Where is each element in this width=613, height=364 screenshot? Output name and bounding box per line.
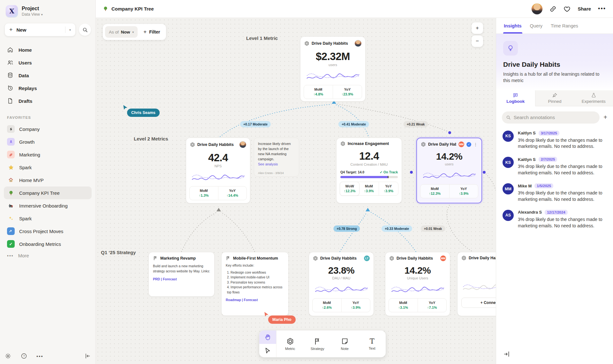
stat-yoy[interactable]: YoY↑3.9% [379,182,398,195]
stat-mom[interactable]: MoM↑1.3% [190,186,218,200]
select-tool-button[interactable] [259,344,276,357]
favorite-spark-2[interactable]: Spark [4,212,92,225]
note-icon [341,337,349,345]
favorite-company[interactable]: Company [4,123,92,135]
subtab-experiments[interactable]: Experiments [574,90,613,106]
favorite-marketing[interactable]: Marketing [4,148,92,161]
stat-yoy[interactable]: YoY↑7.1% [418,299,447,312]
stat-mom[interactable]: MoM↑12.3% [420,185,449,198]
favorite-company-kpi-tree[interactable]: Company KPI Tree [4,186,92,199]
strategy-card-mobile-first[interactable]: Mobile-First Momentum Key efforts includ… [221,252,289,316]
sidebar-item-home[interactable]: Home [4,43,92,56]
metric-card-partial[interactable]: Drive Daily Hab.. + Connec [457,252,496,316]
zoom-in-button[interactable]: + [472,22,483,34]
stat-mom[interactable]: MoM↑3.1% [389,299,418,312]
tab-insights[interactable]: Insights [504,18,522,34]
metric-card-unique-users[interactable]: Drive Daily Habbits MM 14.2% Unique User… [385,252,450,316]
sparkline-chart [314,283,369,295]
strategy-links[interactable]: PRD | Forecast [153,277,210,281]
connect-button[interactable]: + Connec [461,298,496,308]
annotation-note-card[interactable]: Increase likely driven by the launch of … [254,138,299,177]
card-menu-icon[interactable]: ⋮ [473,142,478,147]
cursor-icon [123,104,128,110]
annotation-search[interactable] [502,111,600,124]
connection-handle[interactable] [483,171,486,174]
target-progress-bar [340,176,398,178]
annotation-item[interactable]: AS Alexandra S 12/17/2024 3% drop likely… [503,210,607,229]
lightning-icon [7,125,15,133]
flag-icon [314,337,321,345]
copy-link-icon[interactable] [549,5,556,12]
help-icon[interactable]: ? [20,353,27,360]
favorite-cross-project-moves[interactable]: Cross Project Moves [4,225,92,238]
search-annotations-input[interactable] [514,115,596,120]
user-avatar[interactable] [532,4,542,14]
stat-yoy[interactable]: YoY↑3.9% [341,299,370,312]
metric-card-dau[interactable]: Drive Daily Habbits LT 23.8% DAU / MAU M… [309,252,374,316]
search-button[interactable] [79,24,91,36]
metric-card-level1[interactable]: Drive Daily Habbits $2.32M users MoM↑4.8… [300,36,366,102]
settings-gear-icon[interactable] [4,353,11,360]
project-switcher[interactable]: X Project Data View▾ [4,4,92,22]
stat-yoy[interactable]: YoY↑3.9% [449,185,478,198]
annotations-list: KS Kaitlyn S 3/17/2025 3% drop likely du… [496,125,613,241]
annotation-item[interactable]: KS Kaitlyn S 3/17/2025 3% drop likely du… [503,131,607,150]
see-analysis-link[interactable]: See analysis [258,162,295,166]
annotation-item[interactable]: KS Kaitlyn S 2/7/2025 3% drop likely due… [503,157,607,176]
insights-panel: Insights Query Time Ranges Drive Daily H… [496,18,613,364]
stat-yoy[interactable]: YoY↑14.4% [218,186,247,200]
home-icon [7,47,13,53]
metric-tool-button[interactable]: Metric [276,330,304,357]
stat-mom[interactable]: MoM↑2.6% [313,299,341,312]
strategy-card-marketing-revamp[interactable]: Marketing Revamp Build and launch a new … [148,252,215,297]
more-menu-icon[interactable]: ••• [598,5,606,12]
subtab-pinned[interactable]: Pinned [535,90,574,106]
chevron-down-icon[interactable]: ▾ [69,28,71,32]
stat-mom[interactable]: MoM↑4.8% [304,85,333,99]
strategy-tool-button[interactable]: Strategy [304,330,331,357]
zoom-out-button[interactable]: − [472,35,483,47]
filter-button[interactable]: + Filter [140,29,164,35]
annotation-item[interactable]: MM Mike M 1/5/2025 3% drop likely due to… [503,183,607,203]
metric-value: $2.32M [300,50,365,63]
sidebar-item-data[interactable]: Data [4,69,92,82]
metric-hexagon-icon [286,337,294,345]
metric-card-selected[interactable]: Drive Daily Habb.. MM ✓ ⋮ 14.2% users Mo… [416,138,482,203]
note-tool-button[interactable]: Note [331,330,359,357]
subtab-logbook[interactable]: Logbook [496,90,535,106]
tab-time-ranges[interactable]: Time Ranges [551,18,578,34]
hand-tool-button[interactable] [259,330,276,344]
collapse-panel-icon[interactable] [503,351,510,358]
favorite-spark[interactable]: Spark [4,161,92,174]
owner-badge: MM [440,255,446,261]
sidebar-item-drafts[interactable]: Drafts [4,95,92,107]
stat-yoy[interactable]: YoY↑23.9% [333,85,362,99]
sidebar-item-users[interactable]: Users [4,56,92,69]
flask-icon [591,93,596,98]
share-button[interactable]: Share [578,6,591,11]
favorite-immersive-onboarding[interactable]: Immersive Onboarding [4,199,92,212]
tab-query[interactable]: Query [530,18,543,34]
sidebar-item-replays[interactable]: Replays [4,82,92,95]
connection-handle[interactable] [448,131,451,134]
more-options-icon[interactable]: ••• [36,353,43,360]
collapse-sidebar-icon[interactable] [84,353,91,360]
connection-handle[interactable] [410,171,413,174]
as-of-selector[interactable]: As of Now ▾ [105,26,138,38]
favorites-more[interactable]: ••• More [4,250,92,261]
metric-card-nps[interactable]: Drive Daily Habbits 42.4 NPS MoM↑1.3% Yo… [186,138,250,203]
strategy-links[interactable]: Roadmap | Forecast [226,298,284,302]
kpi-tree-canvas[interactable]: As of Now ▾ + Filter + − Level 1 Metric … [96,18,496,364]
new-button[interactable]: + New ▾ [4,23,76,36]
favorite-home-mvp[interactable]: Home MVP [4,174,92,186]
stat-mom[interactable]: MoM↑3.9% [359,182,378,195]
search-icon [506,115,511,120]
text-tool-button[interactable]: T Text [359,330,386,357]
favorite-growth[interactable]: Growth [4,135,92,148]
favorite-heart-icon[interactable] [564,5,571,12]
add-annotation-button[interactable]: + [603,114,607,121]
favorite-onboarding-metrics[interactable]: ✓ Onboarding Metrics [4,238,92,250]
metric-card-engagement[interactable]: Increase Engagement 12.4 Content Creatio… [336,138,402,203]
stat-wow[interactable]: WoW↑12.3% [340,182,359,196]
annotation-date-badge: 3/17/2025 [539,131,559,136]
